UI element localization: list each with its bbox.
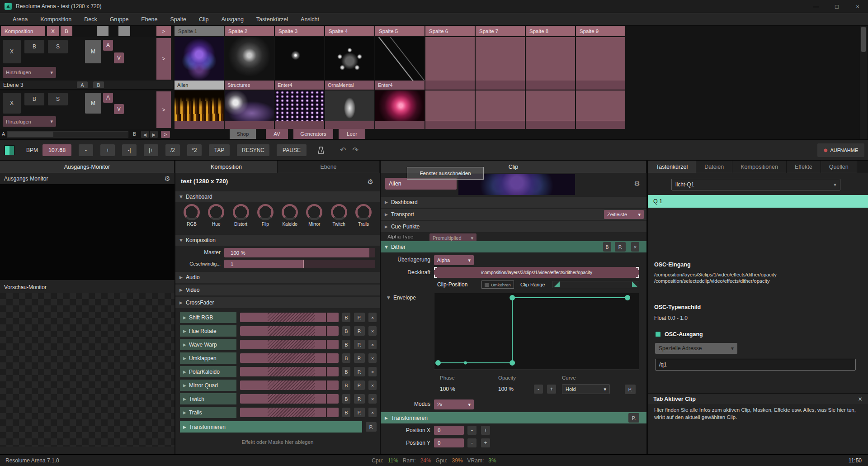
effect-opacity-slider[interactable] xyxy=(240,326,339,336)
range-out-handle[interactable] xyxy=(632,281,638,287)
clip-thumbnail[interactable] xyxy=(325,90,374,121)
dial-mirror[interactable] xyxy=(306,204,322,220)
bpm-half-button[interactable]: /2 xyxy=(165,144,180,156)
effect-hue-rotate[interactable]: ▶Hue Rotate xyxy=(180,325,236,337)
menu-clip[interactable]: Clip xyxy=(193,13,215,25)
dither-bypass-button[interactable]: B xyxy=(603,242,611,252)
effect-remove-button[interactable]: × xyxy=(368,380,377,390)
clip-name-empty[interactable] xyxy=(225,121,274,129)
dial-twitch[interactable] xyxy=(331,204,347,220)
composition-clear-button[interactable]: X xyxy=(47,26,59,36)
tab-output-monitor[interactable]: Ausgangs-Monitor xyxy=(0,161,175,173)
clip-name-empty[interactable] xyxy=(275,121,324,129)
empty-clip-cell[interactable] xyxy=(576,90,625,121)
empty-clip-cell[interactable] xyxy=(425,37,475,81)
layer-master-button[interactable]: M xyxy=(85,40,101,63)
bpm-decrease-button[interactable]: - xyxy=(79,144,93,156)
minimize-button[interactable]: — xyxy=(806,0,826,13)
bpm-double-button[interactable]: *2 xyxy=(187,144,202,156)
gear-icon[interactable]: ⚙ xyxy=(165,175,170,183)
solo-column-cell[interactable] xyxy=(118,26,130,36)
clip-thumbnail[interactable] xyxy=(375,37,425,81)
clip-name-empty[interactable] xyxy=(526,81,575,90)
shortcut-item-q1[interactable]: Q 1 xyxy=(648,195,868,208)
effect-bypass-button[interactable]: B xyxy=(342,326,350,336)
clip-name-enter4[interactable]: Enter4 xyxy=(275,81,324,90)
deck-scrollbar[interactable] xyxy=(860,26,867,139)
tab-effekte[interactable]: Effekte xyxy=(787,161,821,173)
menu-arena[interactable]: Arena xyxy=(6,13,34,25)
clip-name-empty[interactable] xyxy=(425,81,475,90)
layer-bypass-button[interactable]: B xyxy=(24,40,44,53)
tab-ebene[interactable]: Ebene xyxy=(278,161,380,173)
envelope-label[interactable]: ▼ Envelope xyxy=(387,295,416,301)
section-dashboard[interactable]: ▼ Dashboard xyxy=(175,191,380,202)
deck-tab-shop[interactable]: Shop xyxy=(230,129,256,139)
effect-remove-button[interactable]: × xyxy=(368,367,377,376)
envelope-minus-button[interactable]: - xyxy=(534,385,543,394)
layer-crossfade-a-button[interactable]: A xyxy=(77,81,88,88)
menu-ausgang[interactable]: Ausgang xyxy=(215,13,250,25)
effect-bypass-button[interactable]: B xyxy=(342,340,350,349)
envelope-params-button[interactable]: P. xyxy=(625,385,636,394)
undo-icon[interactable]: ↶ xyxy=(340,146,346,154)
maximize-button[interactable]: □ xyxy=(826,0,847,13)
layer-audio-button[interactable]: A xyxy=(103,93,113,103)
effect-remove-button[interactable]: × xyxy=(368,394,377,404)
position-y-minus[interactable]: - xyxy=(467,438,476,447)
transform-params-button[interactable]: P. xyxy=(628,413,639,423)
layer-name-bar[interactable]: Ebene 3 A B xyxy=(0,81,173,90)
timeline-dropdown[interactable]: Zeitleiste▾ xyxy=(604,210,644,219)
effect-opacity-slider[interactable] xyxy=(240,313,339,322)
dial-rgb[interactable] xyxy=(184,204,200,220)
deck-trigger-arrow[interactable]: > xyxy=(161,131,170,138)
menu-tastenkuerzel[interactable]: Tastenkürzel xyxy=(250,13,294,25)
effect-bypass-button[interactable]: B xyxy=(342,367,350,376)
effect-trails[interactable]: ▶Trails xyxy=(180,407,236,418)
clip-name-enter4b[interactable]: Enter4 xyxy=(375,81,425,90)
position-x-slider[interactable]: 0 xyxy=(434,426,464,435)
clip-thumbnail[interactable] xyxy=(225,37,274,81)
composition-trigger-arrow[interactable]: > xyxy=(156,26,171,36)
effect-bypass-button[interactable]: B xyxy=(342,394,350,404)
deck-tab-leer[interactable]: Leer xyxy=(339,129,365,139)
tab-kompositionen[interactable]: Kompositionen xyxy=(732,161,787,173)
modus-dropdown[interactable]: 2x▾ xyxy=(434,399,474,409)
effect-bypass-button[interactable]: B xyxy=(342,313,350,322)
record-button[interactable]: ● AUFNAHME xyxy=(817,143,864,157)
deck-tab-av[interactable]: AV xyxy=(266,129,288,139)
info-close-icon[interactable]: × xyxy=(858,395,863,402)
scrollbar-thumb[interactable] xyxy=(861,27,866,52)
bpm-increase-button[interactable]: + xyxy=(100,144,115,156)
clip-name-empty[interactable] xyxy=(425,121,475,129)
effect-bypass-button[interactable]: B xyxy=(342,408,350,417)
column-header-9[interactable]: Spalte 9 xyxy=(576,26,625,36)
effect-remove-button[interactable]: × xyxy=(368,313,377,322)
effect-params-button[interactable]: P. xyxy=(354,353,365,363)
empty-clip-cell[interactable] xyxy=(425,90,475,121)
clip-name-empty[interactable] xyxy=(476,121,525,129)
gear-icon[interactable]: ⚙ xyxy=(368,178,373,186)
clip-thumbnail[interactable] xyxy=(175,90,224,121)
transform-section[interactable]: ▶ Transformieren xyxy=(180,421,362,433)
dial-distort[interactable] xyxy=(233,204,249,220)
tab-komposition[interactable]: Komposition xyxy=(175,161,278,173)
transform-params-button[interactable]: P. xyxy=(366,422,377,432)
opacity-osc-slider[interactable]: /composition/layers/3/clips/1/video/effe… xyxy=(434,267,639,278)
effect-opacity-slider[interactable] xyxy=(240,353,339,363)
blend-mode-dropdown[interactable]: Alpha▾ xyxy=(434,255,474,265)
column-header-1[interactable]: Spalte 1 xyxy=(175,26,224,36)
layer-bypass-button[interactable]: B xyxy=(24,93,44,105)
layer-video-button[interactable]: V xyxy=(114,52,124,63)
column-header-5[interactable]: Spalte 5 xyxy=(375,26,425,36)
speed-slider[interactable]: 1 xyxy=(224,260,375,268)
effect-params-button[interactable]: P. xyxy=(354,408,365,417)
composition-header[interactable]: Komposition xyxy=(1,26,45,36)
effect-shift-rgb[interactable]: ▶Shift RGB xyxy=(180,312,236,323)
effect-wave-warp[interactable]: ▶Wave Warp xyxy=(180,339,236,350)
osc-address-field[interactable]: /q1 xyxy=(655,359,856,371)
dial-trails[interactable] xyxy=(355,204,372,220)
layer-crossfade-b-button[interactable]: B xyxy=(93,81,104,88)
range-in-handle[interactable] xyxy=(554,281,560,287)
menu-ebene[interactable]: Ebene xyxy=(135,13,164,25)
